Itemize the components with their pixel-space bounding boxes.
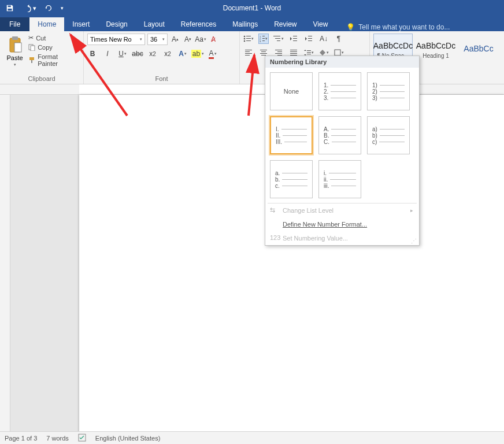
tell-me[interactable]: 💡 Tell me what you want to do... <box>336 23 450 31</box>
svg-rect-40 <box>275 53 282 54</box>
group-clipboard-label: Clipboard <box>3 75 80 84</box>
svg-rect-46 <box>307 50 311 51</box>
svg-point-11 <box>244 38 246 40</box>
group-font-label: Font <box>87 75 236 84</box>
change-case-icon[interactable]: Aa▾ <box>195 34 206 45</box>
sort-icon[interactable]: A↓ <box>318 34 329 44</box>
underline-icon[interactable]: U▾ <box>117 49 128 59</box>
numbering-decimal-paren[interactable]: 1) 2) 3) <box>367 72 410 110</box>
highlight-icon[interactable]: ab▾ <box>192 49 203 59</box>
subscript-icon[interactable]: x2 <box>147 49 158 59</box>
undo-icon[interactable]: ▾ <box>22 4 36 12</box>
language[interactable]: English (United States) <box>95 435 161 442</box>
tab-references[interactable]: References <box>173 17 224 31</box>
document-title: Document1 - Word <box>223 4 281 12</box>
tab-mailings[interactable]: Mailings <box>224 17 266 31</box>
resize-handle-icon[interactable]: ⋰ <box>411 238 417 244</box>
numbering-alpha-upper[interactable]: A. B. C. <box>318 116 361 154</box>
style-no-spacing[interactable]: AaBbCcDc Heading 1 <box>416 34 455 66</box>
brush-icon <box>28 57 35 64</box>
horizontal-ruler[interactable] <box>0 84 504 95</box>
grow-font-icon[interactable]: A▴ <box>170 34 180 45</box>
quick-access-toolbar: ▾ ▾ <box>0 4 64 12</box>
font-size-value: 36 <box>150 36 157 43</box>
num-sample: c) <box>372 139 377 145</box>
ribbon: Paste ▾ ✂Cut Copy Format Painter Clipboa… <box>0 31 504 84</box>
workspace <box>0 84 504 431</box>
svg-rect-7 <box>29 57 34 60</box>
increase-indent-icon[interactable] <box>303 34 314 44</box>
copy-icon <box>28 44 35 51</box>
svg-rect-6 <box>31 46 35 51</box>
style-preview: AaBbCc <box>464 44 493 53</box>
qat-customize-icon[interactable]: ▾ <box>61 5 64 11</box>
show-marks-icon[interactable]: ¶ <box>333 34 344 44</box>
svg-rect-29 <box>308 40 312 41</box>
num-sample: 3) <box>372 95 377 101</box>
decrease-indent-icon[interactable] <box>288 34 299 44</box>
vertical-ruler[interactable] <box>0 95 10 431</box>
tab-file[interactable]: File <box>0 17 29 31</box>
define-format-label: Define New Number Format... <box>283 221 367 228</box>
page-count[interactable]: Page 1 of 3 <box>5 435 37 442</box>
define-new-number-format[interactable]: Define New Number Format... <box>265 217 419 231</box>
save-icon[interactable] <box>6 4 14 12</box>
font-name-select[interactable]: Times New Ro▾ <box>87 34 145 45</box>
group-clipboard: Paste ▾ ✂Cut Copy Format Painter Clipboa… <box>0 31 84 84</box>
font-color-icon[interactable]: A▾ <box>207 49 218 59</box>
svg-rect-36 <box>260 53 267 54</box>
set-value-label: Set Numbering Value... <box>283 235 348 242</box>
copy-button[interactable]: Copy <box>27 43 80 51</box>
numbering-none[interactable]: None <box>270 72 313 110</box>
align-left-icon[interactable] <box>243 47 254 58</box>
spellcheck-icon[interactable] <box>78 434 86 443</box>
numbering-library-title: Numbering Library <box>265 56 419 68</box>
style-preview: AaBbCcDc <box>416 41 455 50</box>
shrink-font-icon[interactable]: A▾ <box>183 34 193 45</box>
tab-design[interactable]: Design <box>98 17 135 31</box>
redo-icon[interactable] <box>45 4 53 12</box>
tab-view[interactable]: View <box>305 17 336 31</box>
tab-insert[interactable]: Insert <box>64 17 98 31</box>
italic-icon[interactable]: I <box>102 49 113 59</box>
format-painter-button[interactable]: Format Painter <box>27 53 80 68</box>
svg-rect-47 <box>307 52 311 53</box>
num-sample: 2. <box>324 88 328 95</box>
bullets-icon[interactable]: ▾ <box>243 34 254 44</box>
tab-layout[interactable]: Layout <box>136 17 173 31</box>
numbering-roman-lower[interactable]: i. ii. iii. <box>318 160 361 198</box>
num-sample: a. <box>275 170 280 176</box>
numbering-icon[interactable]: 123▾ <box>258 34 269 44</box>
text-effects-icon[interactable]: A▾ <box>177 49 188 59</box>
numbering-alpha-lower-dot[interactable]: a. b. c. <box>270 160 313 198</box>
multilevel-list-icon[interactable]: ▾ <box>273 34 284 44</box>
style-heading1[interactable]: AaBbCc <box>459 34 498 66</box>
tab-home[interactable]: Home <box>29 17 64 31</box>
strikethrough-icon[interactable]: abc <box>132 49 143 59</box>
font-size-select[interactable]: 36▾ <box>147 34 168 45</box>
numbering-alpha-lower-paren[interactable]: a) b) c) <box>367 116 410 154</box>
paste-button[interactable]: Paste ▾ <box>3 34 26 68</box>
tab-review[interactable]: Review <box>266 17 305 31</box>
status-bar: Page 1 of 3 7 words English (United Stat… <box>0 431 504 444</box>
numbering-roman-upper[interactable]: I. II. III. <box>270 116 313 154</box>
num-sample: 1) <box>372 82 377 88</box>
bold-icon[interactable]: B <box>87 49 98 59</box>
svg-rect-3 <box>12 36 18 40</box>
cut-button[interactable]: ✂Cut <box>27 34 80 42</box>
svg-rect-12 <box>246 38 251 39</box>
svg-rect-4 <box>14 43 21 52</box>
svg-rect-44 <box>290 53 297 54</box>
superscript-icon[interactable]: x2 <box>162 49 173 59</box>
svg-rect-22 <box>275 38 280 39</box>
clear-formatting-icon[interactable]: A̷ <box>208 34 218 45</box>
num-sample: ii. <box>324 176 328 183</box>
svg-rect-14 <box>246 40 251 41</box>
numbering-decimal-dot[interactable]: 1. 2. 3. <box>318 72 361 110</box>
tell-me-label: Tell me what you want to do... <box>358 23 450 31</box>
svg-rect-48 <box>307 54 311 54</box>
word-count[interactable]: 7 words <box>46 435 69 442</box>
ribbon-tabs: File Home Insert Design Layout Reference… <box>0 16 504 31</box>
num-sample: III. <box>276 139 282 145</box>
submenu-arrow-icon: ▸ <box>410 208 413 213</box>
